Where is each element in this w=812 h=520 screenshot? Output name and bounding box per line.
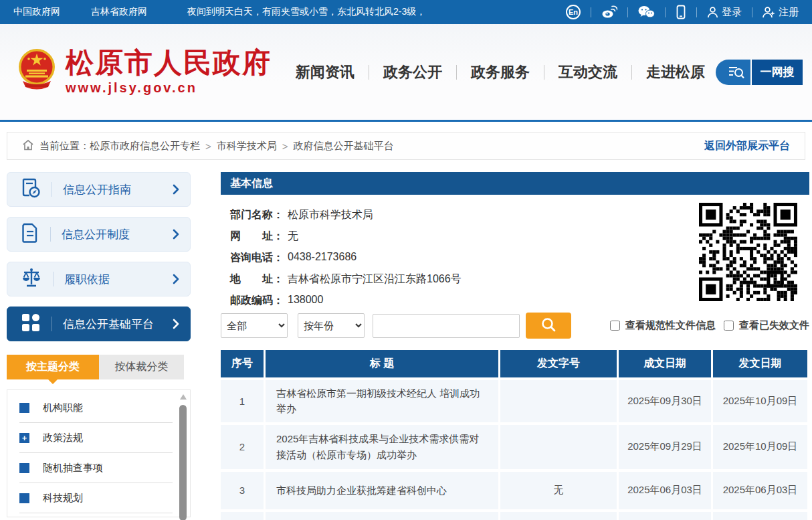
topic-item-random-inspection[interactable]: 随机抽查事项 xyxy=(19,453,173,483)
nav-about-songyuan[interactable]: 走进松原 xyxy=(646,62,705,82)
site-logo[interactable]: 松原市人民政府 www.jlsy.gov.cn xyxy=(17,48,272,97)
table-row: 2 2025年吉林省科技成果与企业技术需求供需对接活动（松原市专场）成功举办 2… xyxy=(221,425,809,469)
square-bullet-icon xyxy=(19,463,29,473)
tab-by-topic[interactable]: 按主题分类 xyxy=(7,355,99,379)
divider xyxy=(53,272,54,286)
back-to-external-platform-link[interactable]: 返回外部展示平台 xyxy=(704,139,790,153)
checkbox-group: 查看规范性文件信息 查看已失效文件 xyxy=(610,319,809,332)
nav-interaction[interactable]: 互动交流 xyxy=(559,62,617,82)
sidebar-item-disclosure-guide[interactable]: 信息公开指南 xyxy=(7,172,191,207)
header-doc-number: 发文字号 xyxy=(500,350,619,377)
cell-date-written: 2025年09月30日 xyxy=(619,380,713,422)
nav-gov-disclosure[interactable]: 政务公开 xyxy=(383,62,442,82)
divider xyxy=(50,227,51,242)
guide-icon xyxy=(21,177,41,201)
search-submit-button[interactable] xyxy=(526,313,571,339)
site-search-button[interactable]: 一网搜 xyxy=(716,60,803,85)
breadcrumb-separator: > xyxy=(282,141,288,152)
login-button[interactable]: 登录 xyxy=(707,6,742,19)
sidebar-item-label: 信息公开制度 xyxy=(62,227,173,242)
home-icon xyxy=(22,139,34,153)
weibo-icon[interactable] xyxy=(601,5,617,19)
topic-item-org-functions[interactable]: 机构职能 xyxy=(19,393,173,423)
weather-text: 夜间到明天白天，有雨夹雪或小雪，东北风转北风2-3级， xyxy=(187,6,425,18)
normative-files-checkbox[interactable] xyxy=(610,321,620,331)
cell-date-written: 2025年09月29日 xyxy=(619,425,713,469)
cell-title-link[interactable]: 吉林省松原市第一期初级技术经纪人 培训成功举办 xyxy=(266,380,500,422)
main-nav: 新闻资讯 政务公开 政务服务 互动交流 走进松原 xyxy=(296,62,705,82)
cell-title-link[interactable]: 2025年吉林省科技成果与企业技术需求供需对接活动（松原市专场）成功举办 xyxy=(266,425,500,469)
breadcrumb-item-disclosure-column[interactable]: 松原市政府信息公开专栏 xyxy=(90,140,200,153)
content: 信息公开指南 信息公开制度 xyxy=(0,172,812,520)
site-header: 松原市人民政府 www.jlsy.gov.cn 新闻资讯 政务公开 政务服务 互… xyxy=(0,24,812,122)
table-header-row: 序号 标 题 发文字号 成文日期 发文日期 xyxy=(221,350,809,377)
sidebar-item-basic-platform[interactable]: 信息公开基础平台 xyxy=(7,307,191,341)
info-value: 松原市科学技术局 xyxy=(288,208,373,222)
divider xyxy=(591,7,591,17)
topic-list: 机构职能 + 政策法规 随机抽查事项 科技规划 xyxy=(7,389,191,517)
cell-doc-number xyxy=(500,380,619,422)
sidebar: 信息公开指南 信息公开制度 xyxy=(7,172,191,520)
chevron-right-icon xyxy=(173,184,179,195)
checkbox-label: 查看规范性文件信息 xyxy=(625,319,716,332)
breadcrumb-separator: > xyxy=(205,141,211,152)
topic-label: 随机抽查事项 xyxy=(43,462,103,474)
nav-gov-services[interactable]: 政务服务 xyxy=(471,62,530,82)
wechat-icon[interactable] xyxy=(638,5,655,19)
breadcrumb-item-science-bureau[interactable]: 市科学技术局 xyxy=(217,140,277,153)
register-button[interactable]: 注册 xyxy=(763,6,799,19)
breadcrumb-item-basic-platform[interactable]: 政府信息公开基础平台 xyxy=(294,140,394,153)
checkbox-label: 查看已失效文件 xyxy=(739,319,809,332)
cell-no: 2 xyxy=(221,425,266,469)
topic-item-policies[interactable]: + 政策法规 xyxy=(19,423,173,453)
search-box-label: 一网搜 xyxy=(752,60,803,85)
square-bullet-icon xyxy=(19,493,29,503)
year-select[interactable]: 按年份 xyxy=(298,313,365,338)
expired-files-checkbox[interactable] xyxy=(724,321,734,331)
section-title: 基本信息 xyxy=(230,177,273,191)
section-title-bar: 基本信息 xyxy=(221,172,809,195)
divider xyxy=(696,7,697,17)
site-title: 松原市人民政府 xyxy=(66,48,272,78)
square-bullet-icon xyxy=(19,403,29,413)
site-url: www.jlsy.gov.cn xyxy=(66,80,272,96)
topic-item-tech-planning[interactable]: 科技规划 xyxy=(19,483,173,513)
mobile-phone-icon[interactable] xyxy=(676,5,686,19)
sidebar-item-disclosure-system[interactable]: 信息公开制度 xyxy=(7,217,191,252)
link-china-gov[interactable]: 中国政府网 xyxy=(13,6,60,18)
plus-expand-icon[interactable]: + xyxy=(19,433,29,443)
active-tab-pointer xyxy=(48,379,58,384)
documents-table: 序号 标 题 发文字号 成文日期 发文日期 1 吉林省松原市第一期初级技术经纪人… xyxy=(221,350,809,520)
link-jilin-gov[interactable]: 吉林省政府网 xyxy=(91,6,147,18)
sidebar-scrollbar[interactable] xyxy=(179,394,187,517)
tab-by-genre[interactable]: 按体裁分类 xyxy=(99,355,184,379)
cell-date-written: 2025年06月03日 xyxy=(619,472,713,509)
nav-news[interactable]: 新闻资讯 xyxy=(296,62,354,82)
chevron-right-icon xyxy=(173,274,179,284)
sidebar-item-duty-basis[interactable]: 履职依据 xyxy=(7,262,191,296)
scroll-up-arrow-icon[interactable] xyxy=(180,394,187,400)
breadcrumb-prefix: 当前位置： xyxy=(39,140,90,153)
divider xyxy=(52,317,52,331)
info-label: 邮政编码： xyxy=(230,294,284,308)
category-select[interactable]: 全部 xyxy=(221,313,288,338)
sidebar-item-label: 信息公开基础平台 xyxy=(63,317,173,332)
search-list-icon xyxy=(716,60,750,85)
scrollbar-thumb[interactable] xyxy=(179,405,187,520)
info-label: 咨询电话： xyxy=(230,251,284,265)
table-row-partial xyxy=(221,512,809,520)
scales-icon xyxy=(21,267,42,291)
checkbox-normative-files[interactable]: 查看规范性文件信息 xyxy=(610,319,716,332)
grid-icon xyxy=(21,313,41,335)
logo-text: 松原市人民政府 www.jlsy.gov.cn xyxy=(66,48,272,96)
top-utility-bar: 中国政府网 吉林省政府网 夜间到明天白天，有雨夹雪或小雪，东北风转北风2-3级，… xyxy=(0,0,812,24)
english-language-icon[interactable]: En xyxy=(566,5,581,19)
info-value: 吉林省松原市宁江区沿江东路1066号 xyxy=(288,272,462,286)
header-date-written: 成文日期 xyxy=(619,350,713,377)
checkbox-expired-files[interactable]: 查看已失效文件 xyxy=(724,319,809,332)
cell-title-link[interactable]: 市科技局助力企业获批筹建省科创中心 xyxy=(266,472,500,509)
search-input[interactable] xyxy=(373,314,520,338)
divider xyxy=(544,65,544,80)
classification-tabs: 按主题分类 按体裁分类 xyxy=(7,355,191,379)
topbar-right: En xyxy=(566,5,799,19)
